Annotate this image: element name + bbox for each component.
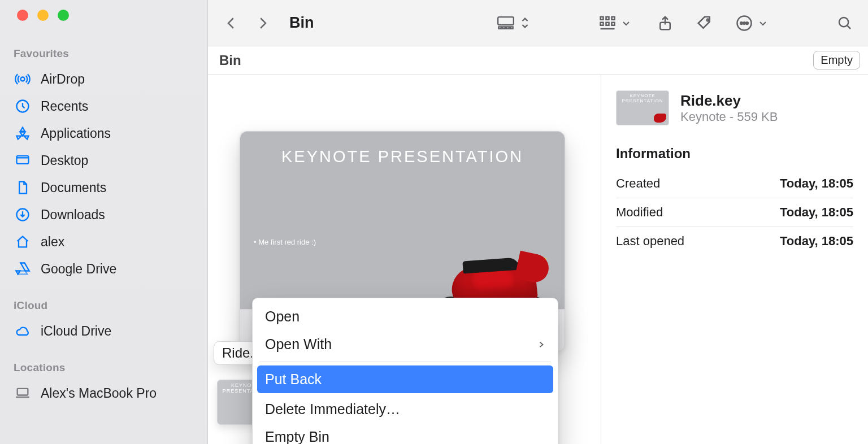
main: Bin — [208, 0, 868, 444]
svg-rect-18 — [612, 22, 615, 25]
sidebar-item-downloads[interactable]: Downloads — [10, 201, 197, 228]
sidebar-item-desktop[interactable]: Desktop — [10, 147, 197, 174]
ctx-open[interactable]: Open — [253, 303, 558, 330]
svg-marker-6 — [18, 271, 27, 275]
sidebar-item-label: iCloud Drive — [41, 324, 111, 339]
svg-rect-13 — [601, 16, 604, 19]
info-title: Information — [616, 146, 853, 162]
svg-rect-14 — [606, 16, 609, 19]
svg-rect-2 — [17, 156, 29, 164]
info-key: Modified — [616, 205, 663, 220]
ctx-item-label: Open — [265, 308, 300, 325]
gallery-view-icon — [497, 15, 514, 32]
path-location: Bin — [219, 53, 241, 68]
sidebar-section-favourites-title: Favourites — [14, 47, 197, 60]
sidebar-item-label: Documents — [41, 180, 106, 195]
sidebar-section-icloud-title: iCloud — [14, 299, 197, 312]
toolbar: Bin — [208, 0, 868, 46]
sidebar-item-label: Desktop — [41, 153, 88, 168]
clock-icon — [15, 98, 31, 114]
group-by-button[interactable] — [599, 15, 631, 32]
sidebar-item-this-mac[interactable]: Alex's MacBook Pro — [10, 380, 197, 407]
sidebar-item-documents[interactable]: Documents — [10, 174, 197, 201]
ctx-put-back[interactable]: Put Back — [257, 365, 553, 393]
traffic-light-zoom[interactable] — [58, 10, 69, 21]
tags-button[interactable] — [696, 15, 713, 32]
info-value: Today, 18:05 — [780, 205, 853, 220]
airdrop-icon — [15, 71, 31, 87]
sidebar-item-airdrop[interactable]: AirDrop — [10, 66, 197, 93]
sidebar-item-icloud-drive[interactable]: iCloud Drive — [10, 317, 197, 345]
svg-point-20 — [707, 19, 709, 21]
more-actions-button[interactable] — [736, 15, 767, 32]
preview-pane: KEYNOTE PRESENTATION Ride.key Keynote - … — [601, 75, 868, 444]
desktop-icon — [15, 153, 31, 168]
sidebar-item-applications[interactable]: Applications — [10, 120, 197, 147]
info-row-modified: Modified Today, 18:05 — [616, 198, 853, 227]
svg-rect-15 — [612, 16, 615, 19]
ctx-empty-bin[interactable]: Empty Bin — [253, 423, 558, 444]
sidebar-item-recents[interactable]: Recents — [10, 93, 197, 120]
sidebar-item-label: Applications — [41, 126, 111, 141]
ctx-separator — [259, 362, 551, 362]
chevron-down-icon — [622, 15, 631, 32]
svg-rect-11 — [506, 27, 509, 28]
finder-window: Favourites AirDrop Recents Applications — [0, 0, 868, 444]
svg-point-24 — [746, 22, 748, 24]
preview-header: KEYNOTE PRESENTATION Ride.key Keynote - … — [616, 90, 853, 125]
svg-marker-4 — [21, 263, 29, 271]
svg-rect-9 — [498, 27, 501, 28]
sidebar-item-home[interactable]: alex — [10, 228, 197, 255]
traffic-light-close[interactable] — [17, 10, 28, 21]
ctx-open-with[interactable]: Open With — [253, 330, 558, 358]
svg-point-25 — [839, 18, 848, 27]
sidebar-locations: Alex's MacBook Pro — [10, 380, 197, 407]
context-menu: Open Open With Put Back Delete Immediate… — [252, 298, 558, 444]
google-drive-icon — [15, 261, 31, 277]
info-value: Today, 18:05 — [780, 234, 853, 249]
ellipsis-circle-icon — [736, 15, 753, 32]
info-key: Created — [616, 176, 660, 191]
search-button[interactable] — [836, 15, 853, 32]
svg-rect-8 — [498, 17, 514, 25]
svg-point-23 — [743, 22, 745, 24]
preview-kind-size: Keynote - 559 KB — [680, 110, 778, 124]
ctx-item-label: Empty Bin — [265, 429, 329, 444]
sidebar-favourites: AirDrop Recents Applications Desktop — [10, 66, 197, 282]
view-gallery-button[interactable] — [497, 15, 530, 32]
info-row-created: Created Today, 18:05 — [616, 169, 853, 198]
svg-point-22 — [740, 22, 743, 24]
chevron-updown-icon — [520, 15, 530, 32]
nav-back-button[interactable] — [223, 15, 240, 32]
slide-title: KEYNOTE PRESENTATION — [240, 147, 565, 166]
info-row-last-opened: Last opened Today, 18:05 — [616, 227, 853, 255]
laptop-icon — [15, 385, 31, 401]
svg-point-0 — [21, 77, 25, 81]
svg-rect-17 — [606, 22, 609, 25]
cloud-icon — [15, 323, 31, 339]
group-icon — [599, 15, 616, 32]
traffic-light-minimise[interactable] — [37, 10, 49, 21]
gallery-pane[interactable]: KEYNOTE PRESENTATION • Me first red ride… — [208, 75, 601, 444]
svg-rect-7 — [18, 389, 28, 395]
document-icon — [15, 180, 31, 195]
ctx-delete-immediately[interactable]: Delete Immediately… — [253, 395, 558, 423]
svg-rect-16 — [601, 22, 604, 25]
applications-icon — [15, 125, 31, 141]
empty-trash-button[interactable]: Empty — [813, 51, 860, 69]
home-icon — [15, 234, 31, 250]
sidebar-item-label: Alex's MacBook Pro — [41, 386, 157, 401]
share-button[interactable] — [657, 15, 674, 32]
traffic-lights — [17, 10, 197, 20]
nav-forward-button[interactable] — [254, 15, 271, 32]
sidebar-item-label: Google Drive — [41, 262, 116, 277]
chevron-right-icon — [537, 337, 545, 352]
sidebar-item-google-drive[interactable]: Google Drive — [10, 255, 197, 282]
info-value: Today, 18:05 — [780, 176, 853, 191]
ctx-item-label: Put Back — [265, 371, 322, 388]
sidebar-item-label: Downloads — [41, 207, 105, 223]
svg-rect-12 — [510, 27, 513, 28]
sidebar-item-label: Recents — [41, 99, 88, 114]
sidebar-item-label: alex — [41, 234, 64, 250]
info-key: Last opened — [616, 234, 684, 249]
